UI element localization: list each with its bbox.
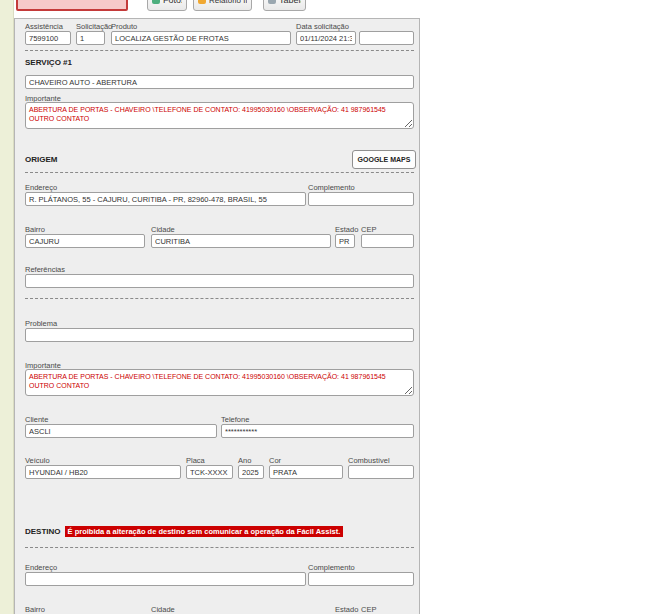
data-solicitacao-label: Data solicitação [296, 22, 349, 31]
table-button[interactable]: Tabela [263, 0, 306, 11]
produto-input[interactable] [111, 31, 291, 45]
veiculo-input[interactable] [25, 465, 181, 479]
origem-complemento-input[interactable] [308, 192, 414, 206]
separator [25, 547, 414, 548]
cor-label: Cor [269, 456, 281, 465]
destino-section-header: DESTINO É proibida a alteração de destin… [25, 526, 343, 537]
placa-label: Placa [186, 456, 205, 465]
origem-section-title: ORIGEM [25, 155, 57, 164]
assistencia-input[interactable] [25, 31, 71, 45]
servico-section-title: SERVIÇO #1 [25, 58, 72, 67]
servico-input[interactable] [25, 75, 414, 89]
cor-input[interactable] [269, 465, 343, 479]
photos-button-label: Fotos [163, 0, 182, 5]
alert-banner[interactable] [16, 0, 128, 11]
origem-endereco-input[interactable] [25, 192, 306, 206]
destino-complemento-label: Complemento [308, 563, 355, 572]
importante-origem-textarea[interactable]: ABERTURA DE PORTAS - CHAVEIRO \TELEFONE … [25, 369, 414, 396]
origem-cidade-input[interactable] [151, 234, 331, 248]
origem-bairro-label: Bairro [25, 225, 45, 234]
assistencia-label: Assistência [25, 22, 63, 31]
destino-bairro-label: Bairro [25, 605, 45, 614]
referencias-label: Referências [25, 265, 65, 274]
origem-complemento-label: Complemento [308, 183, 355, 192]
destino-estado-label: Estado [335, 605, 358, 614]
google-maps-button[interactable]: GOOGLE MAPS [352, 150, 416, 169]
placa-input[interactable] [186, 465, 233, 479]
service-order-page: Fotos Relatório final Tabela Assistência… [0, 0, 659, 614]
origem-cep-label: CEP [361, 225, 376, 234]
page-left-margin [0, 0, 14, 614]
origem-cep-input[interactable] [361, 234, 414, 248]
problema-label: Problema [25, 319, 57, 328]
ano-label: Ano [238, 456, 251, 465]
separator [25, 298, 414, 299]
table-button-label: Tabela [279, 0, 301, 5]
produto-label: Produto [111, 22, 137, 31]
veiculo-label: Veículo [25, 456, 50, 465]
solicitacao-label: Solicitação [76, 22, 112, 31]
report-icon [198, 0, 206, 4]
combustivel-label: Combustível [348, 456, 390, 465]
telefone-input[interactable] [221, 424, 414, 438]
ano-input[interactable] [238, 465, 264, 479]
report-button-label: Relatório final [209, 0, 247, 5]
destino-warning-badge: É proibida a alteração de destino sem co… [65, 526, 344, 537]
cliente-label: Cliente [25, 415, 48, 424]
destino-complemento-input[interactable] [308, 572, 414, 586]
data-extra-input[interactable] [359, 31, 414, 45]
telefone-label: Telefone [221, 415, 249, 424]
solicitacao-input[interactable] [76, 31, 105, 45]
origem-estado-label: Estado [335, 225, 358, 234]
table-icon [268, 0, 276, 4]
problema-input[interactable] [25, 328, 414, 342]
origem-endereco-label: Endereço [25, 183, 57, 192]
destino-endereco-label: Endereço [25, 563, 57, 572]
photo-icon [152, 0, 160, 4]
destino-section-title: DESTINO [25, 527, 61, 536]
report-button[interactable]: Relatório final [193, 0, 252, 11]
referencias-input[interactable] [25, 274, 414, 288]
separator [25, 50, 414, 51]
destino-endereco-input[interactable] [25, 572, 306, 586]
data-solicitacao-input[interactable] [296, 31, 356, 45]
importante-servico-textarea[interactable]: ABERTURA DE PORTAS - CHAVEIRO \TELEFONE … [25, 102, 414, 129]
combustivel-input[interactable] [348, 465, 414, 479]
photos-button[interactable]: Fotos [147, 0, 187, 11]
service-form-panel: Assistência Solicitação Produto Data sol… [14, 18, 420, 614]
separator [25, 172, 414, 173]
origem-bairro-input[interactable] [25, 234, 145, 248]
origem-estado-input[interactable] [335, 234, 355, 248]
cliente-input[interactable] [25, 424, 217, 438]
destino-cidade-label: Cidade [151, 605, 175, 614]
destino-cep-label: CEP [361, 605, 376, 614]
origem-cidade-label: Cidade [151, 225, 175, 234]
